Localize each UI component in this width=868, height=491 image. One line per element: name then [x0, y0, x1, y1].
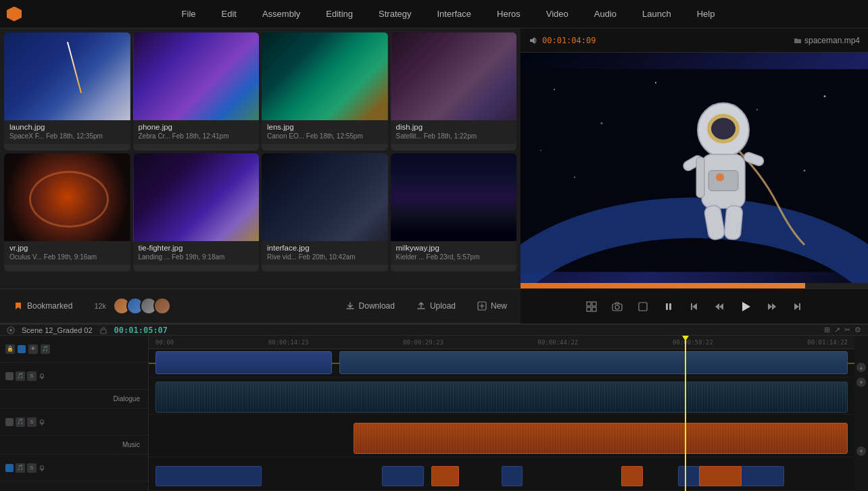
media-card-dish[interactable]: dish.jpg Satellit... Feb 18th, 1:22pm: [391, 32, 517, 151]
media-card-milkyway[interactable]: milkyway.jpg Kielder ... Feb 23rd, 5:57p…: [391, 153, 517, 272]
media-toolbar: Bookmarked 12k Download Upload: [0, 288, 521, 324]
svg-point-20: [716, 174, 724, 182]
clip-fx-7[interactable]: [699, 466, 742, 486]
nav-audio[interactable]: Audio: [592, 9, 619, 19]
scroll-down-2-button[interactable]: ▼: [857, 446, 866, 456]
scene-icon: [7, 326, 15, 334]
fast-forward-button[interactable]: [763, 299, 779, 315]
track-vis-1[interactable]: 👁: [28, 344, 38, 354]
media-card-lens[interactable]: lens.jpg Canon EO... Feb 18th, 12:55pm: [262, 32, 388, 151]
svg-rect-39: [799, 303, 800, 310]
video-filename: spaceman.mp4: [794, 36, 860, 45]
nav-strategy[interactable]: Strategy: [376, 9, 414, 19]
nav-editing[interactable]: Editing: [323, 9, 356, 19]
tl-tool-1[interactable]: ⊞: [824, 326, 830, 334]
grid-view-button[interactable]: [583, 299, 600, 315]
svg-point-6: [824, 95, 826, 97]
nav-assembly[interactable]: Assembly: [260, 9, 303, 19]
track-label-dialogue: Dialogue: [0, 390, 148, 409]
bookmark-icon: [14, 301, 23, 311]
clip-fx-5[interactable]: [621, 466, 642, 486]
track-audio-4[interactable]: 🎵: [16, 463, 25, 473]
new-button[interactable]: New: [472, 299, 512, 313]
nav-launch[interactable]: Launch: [640, 9, 674, 19]
play-button[interactable]: [738, 299, 754, 315]
svg-rect-32: [691, 303, 692, 310]
track-audio-1[interactable]: 🎵: [41, 344, 50, 354]
media-card-tiefighter[interactable]: tie-fighter.jpg Landing ... Feb 19th, 9:…: [133, 153, 260, 272]
waveform-music: [354, 423, 847, 453]
svg-rect-28: [639, 303, 647, 311]
pause-button[interactable]: [660, 299, 677, 315]
media-card-launch[interactable]: launch.jpg SpaceX F... Feb 18th, 12:35pm: [4, 32, 130, 151]
mic-icon-3: [39, 465, 45, 471]
clip-music-main[interactable]: [354, 423, 848, 454]
svg-rect-21: [696, 157, 704, 198]
clip-video-1[interactable]: [155, 351, 332, 374]
thumb-milkyway: [391, 153, 517, 241]
track-label-music: Music: [0, 436, 148, 455]
nav-interface[interactable]: Interface: [434, 9, 474, 19]
track-solo-2[interactable]: S: [27, 371, 37, 381]
svg-marker-31: [692, 303, 697, 310]
svg-point-41: [9, 329, 12, 332]
scroll-down-button[interactable]: ▼: [857, 378, 866, 387]
media-card-vr[interactable]: vr.jpg Oculus V... Feb 19th, 9:16am: [4, 153, 130, 272]
media-info-interface: interface.jpg Rive vid... Feb 20th, 10:4…: [262, 241, 388, 265]
scroll-up-button[interactable]: ▲: [857, 363, 866, 372]
playhead[interactable]: [685, 336, 686, 491]
video-progress-bar-container[interactable]: [521, 283, 868, 288]
nav-file[interactable]: File: [179, 9, 199, 19]
clip-fx-3[interactable]: [431, 466, 460, 486]
bookmarked-button[interactable]: Bookmarked: [8, 299, 78, 313]
clip-video-2[interactable]: [339, 351, 848, 374]
clip-audio-main[interactable]: [155, 382, 847, 413]
track-lock-1[interactable]: 🔒: [5, 344, 15, 354]
new-label: New: [491, 301, 507, 311]
clip-fx-1[interactable]: [155, 466, 262, 486]
square-view-button[interactable]: [635, 299, 651, 315]
mic-icon-2: [39, 419, 45, 425]
tc-1: 00:00:14:23: [268, 339, 309, 346]
tl-tool-2[interactable]: ↗: [834, 326, 840, 334]
nav-video[interactable]: Video: [544, 9, 571, 19]
clip-fx-4[interactable]: [502, 466, 523, 486]
nav-help[interactable]: Help: [694, 9, 718, 19]
tc-4: 00:00:59:22: [673, 339, 713, 346]
track-icon-1: [18, 345, 26, 353]
media-card-interface[interactable]: interface.jpg Rive vid... Feb 20th, 10:4…: [262, 153, 388, 272]
rewind-button[interactable]: [712, 299, 728, 315]
camera-button[interactable]: [609, 299, 625, 315]
media-info-phone: phone.jpg Zebra Cr... Feb 18th, 12:41pm: [133, 120, 260, 144]
svg-point-8: [574, 177, 575, 178]
media-meta: Canon EO... Feb 18th, 12:55pm: [267, 132, 383, 140]
svg-point-5: [756, 109, 758, 111]
track-solo-4[interactable]: S: [27, 463, 37, 473]
lock-icon: [99, 326, 107, 334]
media-card-phone[interactable]: phone.jpg Zebra Cr... Feb 18th, 12:41pm: [133, 32, 260, 151]
bookmarked-label: Bookmarked: [27, 301, 72, 311]
media-panel: launch.jpg SpaceX F... Feb 18th, 12:35pm…: [0, 28, 521, 324]
tc-markers: 00:00 00:00:14:23 00:00:29:23 00:00:44:2…: [155, 339, 848, 346]
new-icon: [477, 301, 487, 311]
nav-edit[interactable]: Edit: [219, 9, 239, 19]
tl-tool-4[interactable]: ⚙: [854, 326, 861, 334]
media-grid: launch.jpg SpaceX F... Feb 18th, 12:35pm…: [0, 28, 521, 288]
media-name: tie-fighter.jpg: [139, 244, 254, 252]
download-button[interactable]: Download: [340, 299, 400, 313]
app-logo[interactable]: [0, 0, 28, 28]
svg-point-43: [41, 373, 44, 377]
skip-to-start-button[interactable]: [686, 299, 702, 315]
media-name: milkyway.jpg: [396, 244, 512, 252]
nav-heros[interactable]: Heros: [494, 9, 523, 19]
video-progress-bar: [521, 283, 805, 288]
upload-button[interactable]: Upload: [411, 299, 461, 313]
tl-tool-3[interactable]: ✂: [844, 326, 850, 334]
track-solo-3[interactable]: S: [27, 417, 37, 427]
track-audio-2[interactable]: 🎵: [16, 371, 25, 381]
track-icon-2: [5, 372, 14, 380]
clip-fx-2[interactable]: [382, 466, 425, 486]
skip-to-end-button[interactable]: [789, 299, 805, 315]
folder-icon: [794, 36, 802, 45]
track-audio-3[interactable]: 🎵: [16, 417, 25, 427]
